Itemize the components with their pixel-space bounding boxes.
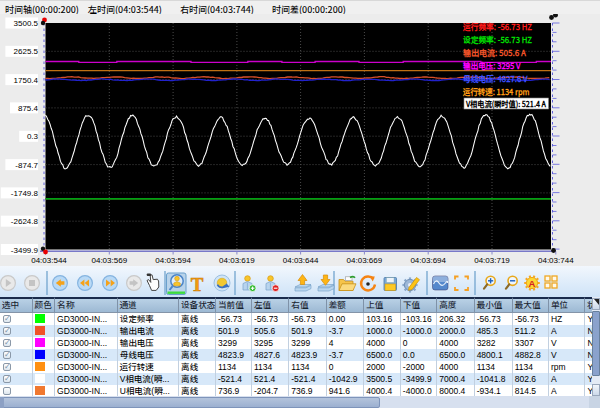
- svg-text:-3499.9: -3499.9: [11, 246, 39, 255]
- svg-text:T: T: [191, 274, 204, 295]
- svg-text:04:03:644: 04:03:644: [283, 256, 319, 265]
- svg-text:04:03:544: 04:03:544: [31, 256, 67, 265]
- svg-text:04:03:719: 04:03:719: [474, 256, 510, 265]
- svg-text:1750.4: 1750.4: [14, 76, 39, 85]
- svg-text:04:03:569: 04:03:569: [92, 256, 128, 265]
- svg-text:设定频率: -56.73 HZ: 设定频率: -56.73 HZ: [463, 33, 532, 45]
- svg-text:875.4: 875.4: [18, 104, 39, 113]
- svg-text:运行频率: -56.73 HZ: 运行频率: -56.73 HZ: [462, 20, 532, 32]
- svg-text:-874.7: -874.7: [15, 161, 38, 170]
- svg-text:04:03:694: 04:03:694: [410, 256, 446, 265]
- svg-text:04:03:744: 04:03:744: [538, 256, 574, 265]
- svg-text:-1749.8: -1749.8: [11, 189, 39, 198]
- svg-text:0.3: 0.3: [27, 132, 39, 141]
- svg-text:3500.5: 3500.5: [14, 19, 39, 28]
- svg-text:2625.5: 2625.5: [14, 47, 39, 56]
- svg-text:V相电流(瞬时值): 521.4 A: V相电流(瞬时值): 521.4 A: [465, 98, 547, 109]
- svg-text:输出电流: 505.6 A: 输出电流: 505.6 A: [463, 46, 527, 58]
- svg-text:母线电压: 4827.6 V: 母线电压: 4827.6 V: [463, 72, 528, 84]
- svg-text:04:03:594: 04:03:594: [155, 256, 191, 265]
- svg-text:-2624.8: -2624.8: [11, 217, 39, 226]
- svg-text:运行转速: 1134 rpm: 运行转速: 1134 rpm: [462, 85, 529, 98]
- svg-text:04:03:669: 04:03:669: [347, 256, 383, 265]
- svg-text:输出电压: 3295 V: 输出电压: 3295 V: [463, 59, 521, 71]
- svg-text:A: A: [529, 278, 536, 289]
- svg-text:04:03:619: 04:03:619: [219, 256, 255, 265]
